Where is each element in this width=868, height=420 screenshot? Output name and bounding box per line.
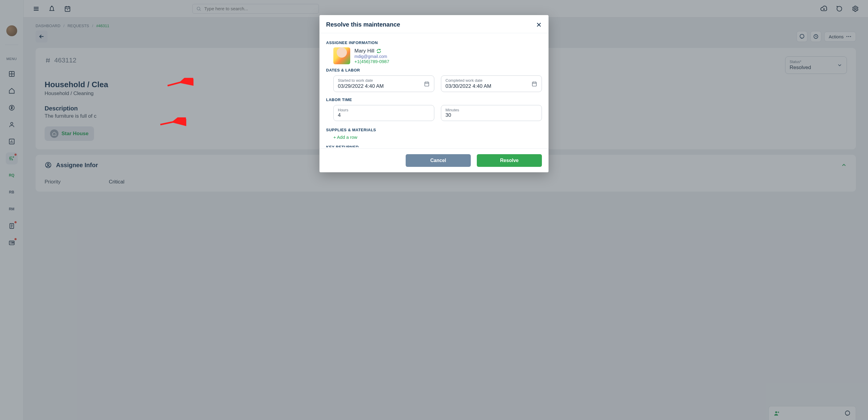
breadcrumb-requests[interactable]: REQUESTS: [67, 24, 89, 28]
grid-icon: [8, 71, 15, 77]
settings-button[interactable]: [850, 3, 861, 14]
cancel-button[interactable]: Cancel: [406, 154, 471, 167]
breadcrumb-dashboard[interactable]: DASHBOARD: [36, 24, 60, 28]
section-supplies: SUPPLIES & MATERIALS: [326, 128, 542, 132]
add-row-link[interactable]: + Add a row: [333, 135, 358, 140]
minutes-field[interactable]: Minutes: [441, 105, 542, 121]
recycle-icon: [376, 48, 381, 54]
resolve-button[interactable]: Resolve: [477, 154, 542, 167]
status-label: Status*: [789, 60, 842, 64]
minutes-input[interactable]: [445, 112, 537, 118]
download-button[interactable]: [818, 3, 830, 14]
sidebar-item-home[interactable]: [6, 85, 18, 97]
svg-point-9: [13, 157, 13, 157]
assignee-avatar: [333, 47, 350, 64]
request-id: 463112: [54, 56, 76, 64]
dollar-circle-icon: [8, 104, 15, 111]
people-icon: [774, 410, 780, 417]
calendar-icon[interactable]: [424, 81, 430, 87]
assignee-name: Mary Hill: [354, 48, 374, 54]
sidebar: MENU RQ RB RM: [0, 0, 24, 420]
section-assignee-info: ASSIGNEE INFORMATION: [326, 40, 542, 45]
cloud-download-icon: [820, 5, 828, 13]
person-icon: [8, 121, 15, 128]
hamburger-icon: [33, 5, 40, 12]
assignee-section-heading: Assignee Infor: [56, 162, 98, 169]
svg-point-43: [775, 411, 777, 413]
gear-icon: [852, 5, 859, 12]
modal-title: Resolve this maintenance: [326, 21, 400, 28]
hash-icon: [44, 57, 51, 64]
hours-field[interactable]: Hours: [333, 105, 434, 121]
modal-close-button[interactable]: [536, 22, 542, 28]
search-icon: [196, 6, 201, 11]
chat-dock[interactable]: [769, 406, 856, 420]
chart-icon: [8, 138, 15, 145]
chat-button[interactable]: [834, 3, 845, 14]
sidebar-item-rb[interactable]: RB: [6, 186, 18, 198]
alerts-button[interactable]: [46, 3, 57, 14]
sidebar-item-documents[interactable]: [6, 220, 18, 232]
notification-dot: [14, 153, 17, 156]
status-value: Resolved: [789, 64, 842, 71]
started-date-value: 03/29/2022 4:40 AM: [338, 83, 430, 89]
svg-point-4: [10, 122, 13, 124]
sidebar-item-reports[interactable]: [6, 136, 18, 147]
sidebar-item-rq[interactable]: RQ: [6, 169, 18, 181]
close-icon: [536, 22, 542, 28]
home-icon: [52, 131, 57, 136]
chat-icon: [799, 33, 805, 39]
section-dates-labor: DATES & LABOR: [326, 68, 542, 73]
svg-point-36: [850, 36, 851, 37]
sidebar-item-rm[interactable]: RM: [6, 203, 18, 215]
sidebar-item-people[interactable]: [6, 118, 18, 131]
assignee-phone[interactable]: +1(456)789-0987: [354, 59, 390, 64]
search-box[interactable]: [192, 4, 319, 13]
user-avatar[interactable]: [6, 25, 17, 36]
breadcrumb-current: #46311: [96, 24, 109, 28]
svg-point-34: [846, 36, 847, 37]
clock-icon: [813, 33, 819, 39]
chevron-up-icon[interactable]: [841, 162, 847, 168]
menu-label: MENU: [6, 57, 17, 61]
svg-line-39: [46, 58, 47, 63]
search-input[interactable]: [204, 6, 315, 11]
news-icon: [8, 240, 15, 246]
svg-point-45: [845, 411, 850, 415]
menu-toggle-button[interactable]: [31, 3, 41, 14]
resolve-modal: Resolve this maintenance ASSIGNEE INFORM…: [319, 15, 549, 172]
chat-icon: [844, 410, 851, 417]
started-date-field[interactable]: Started to work date 03/29/2022 4:40 AM: [333, 76, 434, 92]
maintenance-icon: [8, 155, 15, 162]
svg-point-10: [12, 159, 12, 160]
svg-rect-48: [425, 82, 429, 86]
calendar-button[interactable]: [62, 3, 73, 14]
section-labor-time: LABOR TIME: [326, 97, 542, 102]
sidebar-item-news[interactable]: [6, 237, 18, 249]
actions-button[interactable]: Actions: [824, 32, 856, 41]
alert-icon: [48, 5, 56, 12]
completed-date-field[interactable]: Completed work date 03/30/2022 4:40 AM: [441, 76, 542, 92]
completed-date-value: 03/30/2022 4:40 AM: [445, 83, 537, 89]
svg-point-42: [47, 164, 49, 165]
assignee-email[interactable]: mdig@gmail.com: [354, 54, 390, 59]
svg-rect-23: [65, 7, 70, 11]
sidebar-item-finance[interactable]: [6, 102, 18, 114]
calendar-icon[interactable]: [531, 81, 537, 87]
sidebar-item-maintenance[interactable]: [6, 152, 18, 164]
history-button[interactable]: [810, 31, 821, 42]
sidebar-item-dashboard[interactable]: [6, 68, 18, 80]
hours-input[interactable]: [338, 112, 430, 118]
status-select[interactable]: Status* Resolved: [785, 56, 847, 74]
sidebar-divider: [5, 45, 19, 45]
svg-point-32: [800, 34, 804, 38]
svg-point-28: [197, 7, 200, 10]
back-button[interactable]: [36, 30, 48, 43]
comments-button[interactable]: [797, 31, 807, 42]
svg-line-40: [49, 58, 50, 63]
section-key-returned: KEY RETURNED: [326, 145, 542, 147]
property-chip[interactable]: Star House: [44, 127, 94, 141]
more-icon: [846, 36, 851, 37]
svg-rect-52: [532, 82, 536, 86]
chat-icon: [836, 5, 843, 12]
